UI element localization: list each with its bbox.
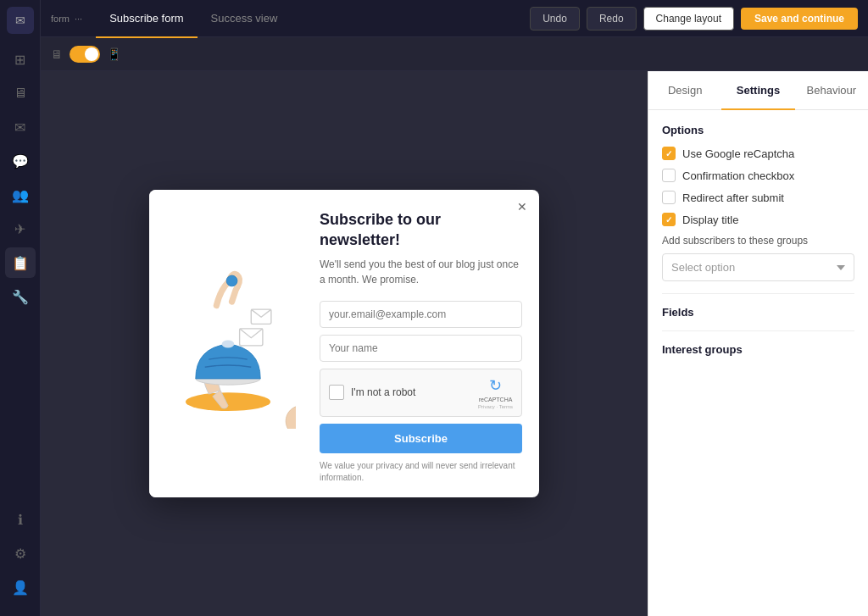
option-row-display-title: Display title [662,213,854,226]
sidebar-item-info[interactable]: ℹ [5,504,36,535]
modal-footer: We value your privacy and will never sen… [320,460,522,484]
panel-body: Options Use Google reCaptcha Confirmatio… [648,110,868,616]
desktop-icon[interactable]: 🖥 [51,47,63,61]
redo-button[interactable]: Redo [587,7,637,31]
close-icon: ✕ [517,200,527,214]
option-row-confirmation: Confirmation checkbox [662,169,854,182]
topbar: form ··· Subscribe form Success view Und… [41,0,868,37]
modal-close-button[interactable]: ✕ [514,198,531,215]
checkbox-redirect[interactable] [662,191,676,204]
mobile-icon[interactable]: 📱 [107,47,121,61]
sidebar-item-tools[interactable]: 🔧 [5,281,36,312]
captcha-checkbox[interactable] [329,385,344,400]
form-title-dots: ··· [75,14,82,24]
svg-point-6 [286,405,296,428]
sidebar-item-settings[interactable]: ⚙ [5,538,36,569]
form-title: form ··· [51,14,82,24]
sidebar-item-monitor[interactable]: 🖥 [5,78,36,108]
options-section-title: Options [662,124,854,136]
subscribe-modal: ✕ Subscribe to our newsletter! We'll sen… [149,190,539,497]
sidebar-item-send[interactable]: ✈ [5,214,36,244]
option-row-recaptcha: Use Google reCaptcha [662,147,854,160]
form-title-text: form [51,14,70,24]
option-row-redirect: Redirect after submit [662,191,854,204]
interest-title: Interest groups [662,343,854,356]
modal-subtitle: We'll send you the best of our blog just… [320,257,522,287]
device-toggle[interactable] [70,46,100,63]
subscribers-label: Add subscribers to these groups [662,235,854,247]
save-button[interactable]: Save and continue [741,8,858,30]
topbar-tabs: Subscribe form Success view [96,0,291,37]
checkbox-display-title[interactable] [662,213,676,226]
sidebar-item-contacts[interactable]: 👥 [5,180,36,210]
option-label-confirmation: Confirmation checkbox [682,169,794,182]
fields-title: Fields [662,306,854,319]
topbar-actions: Undo Redo Change layout Save and continu… [530,7,858,31]
captcha-label: I'm not a robot [351,386,471,398]
sidebar-item-forms[interactable]: 📋 [5,247,36,278]
tab-behaviour[interactable]: Behaviour [795,72,868,110]
sidebar: ✉ ⊞ 🖥 ✉ 💬 👥 ✈ 📋 🔧 ℹ ⚙ 👤 [0,0,41,616]
main-area: form ··· Subscribe form Success view Und… [41,0,868,616]
sidebar-bottom: ℹ ⚙ 👤 [5,504,36,609]
sidebar-item-user[interactable]: 👤 [5,572,36,602]
canvas: ✕ Subscribe to our newsletter! We'll sen… [41,71,648,616]
option-label-display-title: Display title [682,214,738,226]
toggle-knob [85,47,98,61]
recaptcha-icon: ↻ [489,376,502,395]
tab-settings[interactable]: Settings [721,72,794,110]
divider-1 [662,293,854,294]
panel-tabs: Design Settings Behaviour [648,71,868,110]
svg-point-5 [226,275,237,286]
tab-success-view[interactable]: Success view [198,1,292,38]
checkbox-confirmation[interactable] [662,169,676,182]
undo-button[interactable]: Undo [530,7,580,31]
svg-point-2 [221,340,234,347]
app-logo[interactable]: ✉ [7,7,34,34]
select-wrapper: Select option [662,253,854,281]
option-label-recaptcha: Use Google reCaptcha [682,147,794,160]
captcha-box: I'm not a robot ↻ reCAPTCHA Privacy · Te… [320,369,522,417]
email-input[interactable] [320,301,522,328]
modal-title: Subscribe to our newsletter! [320,210,522,250]
sidebar-item-email[interactable]: ✉ [5,112,36,142]
right-panel: Design Settings Behaviour Options Use Go… [648,71,868,616]
sidebar-item-dashboard[interactable]: ⊞ [5,44,36,75]
tab-subscribe-form[interactable]: Subscribe form [96,1,197,38]
subscribe-button[interactable]: Subscribe [320,424,522,453]
change-layout-button[interactable]: Change layout [643,7,734,31]
modal-content: ✕ Subscribe to our newsletter! We'll sen… [306,190,539,497]
option-label-redirect: Redirect after submit [682,191,784,204]
checkbox-recaptcha[interactable] [662,147,676,160]
modal-illustration [149,190,306,497]
device-toolbar: 🖥 📱 [41,37,868,71]
tab-design[interactable]: Design [648,72,721,110]
name-input[interactable] [320,335,522,362]
illustration-svg [160,259,296,429]
content-area: ✕ Subscribe to our newsletter! We'll sen… [41,71,868,616]
svg-point-0 [186,392,270,411]
divider-2 [662,330,854,331]
sidebar-item-chat[interactable]: 💬 [5,146,36,176]
recaptcha-logo: ↻ reCAPTCHA Privacy · Terms [478,376,513,409]
group-select[interactable]: Select option [662,253,854,281]
